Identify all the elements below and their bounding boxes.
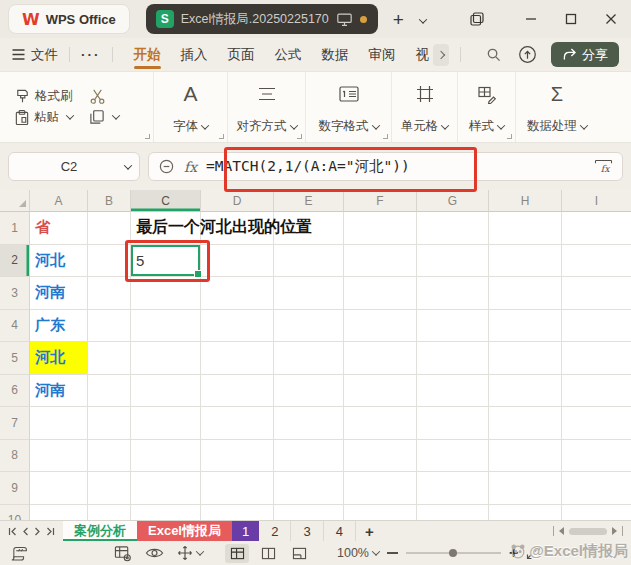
cell-G2[interactable]: [417, 245, 489, 278]
cell-C10[interactable]: [131, 505, 201, 521]
zoom-slider[interactable]: [406, 552, 501, 554]
cell-C4[interactable]: [131, 310, 201, 343]
alignment-group-button[interactable]: 对齐方式: [228, 72, 306, 142]
more-commands-button[interactable]: ···: [81, 47, 101, 62]
sheet-tab-4[interactable]: 4: [324, 521, 356, 541]
cell-H4[interactable]: [489, 310, 562, 343]
cell-H9[interactable]: [489, 472, 562, 505]
zoom-slider-knob[interactable]: [449, 549, 457, 557]
scrollbar-thumb[interactable]: [569, 528, 607, 535]
cell-H1[interactable]: [489, 212, 562, 245]
cell-I2[interactable]: [562, 245, 631, 278]
column-header-I[interactable]: I: [562, 190, 631, 212]
workspace-windows-icon[interactable]: [457, 0, 497, 38]
fx-icon[interactable]: fx: [184, 159, 197, 175]
cell-G5[interactable]: [417, 342, 489, 375]
zoom-in-button[interactable]: +: [509, 545, 518, 561]
cell-D4[interactable]: [201, 310, 274, 343]
tab-list-chevron-icon[interactable]: [416, 10, 426, 28]
cell-B8[interactable]: [88, 440, 131, 473]
formula-input-area[interactable]: fx =MATCH(2,1/(A:A="河北")) fx: [148, 152, 623, 181]
cell-B10[interactable]: [88, 505, 131, 521]
cell-B5[interactable]: [88, 342, 131, 375]
cell-G1[interactable]: [417, 212, 489, 245]
table-settings-icon[interactable]: [114, 545, 132, 562]
cell-I10[interactable]: [562, 505, 631, 521]
cell-F5[interactable]: [344, 342, 417, 375]
cell-H2[interactable]: [489, 245, 562, 278]
cell-G4[interactable]: [417, 310, 489, 343]
row-header-1[interactable]: 1: [0, 212, 30, 245]
search-icon[interactable]: [486, 47, 501, 62]
cell-B2[interactable]: [88, 245, 131, 278]
tab-page[interactable]: 页面: [218, 38, 265, 71]
tab-view[interactable]: 视: [406, 38, 432, 71]
column-header-E[interactable]: E: [274, 190, 344, 212]
cell-F2[interactable]: [344, 245, 417, 278]
add-sheet-button[interactable]: +: [356, 521, 383, 541]
cell-G8[interactable]: [417, 440, 489, 473]
cell-I7[interactable]: [562, 407, 631, 440]
paste-button[interactable]: 粘贴: [14, 109, 73, 126]
group-expander-icon[interactable]: [383, 134, 388, 139]
share-button[interactable]: 分享: [551, 42, 619, 67]
eye-icon[interactable]: [145, 546, 164, 560]
font-group-button[interactable]: A 字体: [154, 72, 228, 142]
cell-H7[interactable]: [489, 407, 562, 440]
row-header-10[interactable]: 10: [0, 505, 30, 521]
data-processing-group-button[interactable]: Σ 数据处理: [516, 72, 598, 142]
cell-A7[interactable]: [30, 407, 88, 440]
cell-C1[interactable]: 最后一个河北出现的位置: [131, 212, 201, 245]
cell-C7[interactable]: [131, 407, 201, 440]
cloud-upload-icon[interactable]: [518, 45, 537, 64]
sheet-tab-case-analysis[interactable]: 案例分析: [63, 521, 137, 541]
cell-I1[interactable]: [562, 212, 631, 245]
cell-H6[interactable]: [489, 375, 562, 408]
cell-E3[interactable]: [274, 277, 344, 310]
cell-A4[interactable]: 广东: [30, 310, 88, 343]
cell-C2-selected[interactable]: 5: [131, 245, 201, 278]
column-header-B[interactable]: B: [88, 190, 131, 212]
close-button[interactable]: [591, 0, 631, 38]
row-header-8[interactable]: 8: [0, 440, 30, 473]
cell-D6[interactable]: [201, 375, 274, 408]
more-tabs-chevron[interactable]: [433, 44, 449, 66]
cut-button[interactable]: [89, 88, 106, 105]
column-header-A[interactable]: A: [30, 190, 88, 212]
new-tab-button[interactable]: +: [393, 10, 404, 29]
last-sheet-icon[interactable]: [46, 527, 55, 536]
tab-formula[interactable]: 公式: [265, 38, 312, 71]
document-tab[interactable]: S Excel情报局.202502251708: [146, 4, 378, 34]
cell-A8[interactable]: [30, 440, 88, 473]
cell-C9[interactable]: [131, 472, 201, 505]
column-header-G[interactable]: G: [417, 190, 489, 212]
cell-C8[interactable]: [131, 440, 201, 473]
copy-button[interactable]: [89, 109, 119, 125]
row-header-3[interactable]: 3: [0, 277, 30, 310]
cell-I8[interactable]: [562, 440, 631, 473]
maximize-button[interactable]: [551, 0, 591, 38]
cell-I9[interactable]: [562, 472, 631, 505]
view-normal-button[interactable]: [225, 544, 249, 563]
cell-E9[interactable]: [274, 472, 344, 505]
tab-review[interactable]: 审阅: [359, 38, 406, 71]
group-expander-icon[interactable]: [219, 134, 224, 139]
tab-home[interactable]: 开始: [124, 38, 171, 71]
cells-group-button[interactable]: 单元格: [392, 72, 458, 142]
cell-F7[interactable]: [344, 407, 417, 440]
minimize-button[interactable]: [511, 0, 551, 38]
row-header-4[interactable]: 4: [0, 310, 30, 343]
formula-input[interactable]: =MATCH(2,1/(A:A="河北")): [206, 157, 585, 176]
insert-function-icon[interactable]: fx: [594, 159, 613, 175]
cell-E7[interactable]: [274, 407, 344, 440]
cell-E2[interactable]: [274, 245, 344, 278]
select-all-corner[interactable]: [0, 190, 30, 212]
zoom-out-button[interactable]: [387, 552, 398, 554]
tab-insert[interactable]: 插入: [171, 38, 218, 71]
cell-A2[interactable]: 河北: [30, 245, 88, 278]
column-header-C[interactable]: C: [131, 190, 201, 212]
cell-C3[interactable]: [131, 277, 201, 310]
cell-A9[interactable]: [30, 472, 88, 505]
first-sheet-icon[interactable]: [8, 527, 17, 536]
sheet-tab-1[interactable]: 1: [232, 521, 259, 541]
